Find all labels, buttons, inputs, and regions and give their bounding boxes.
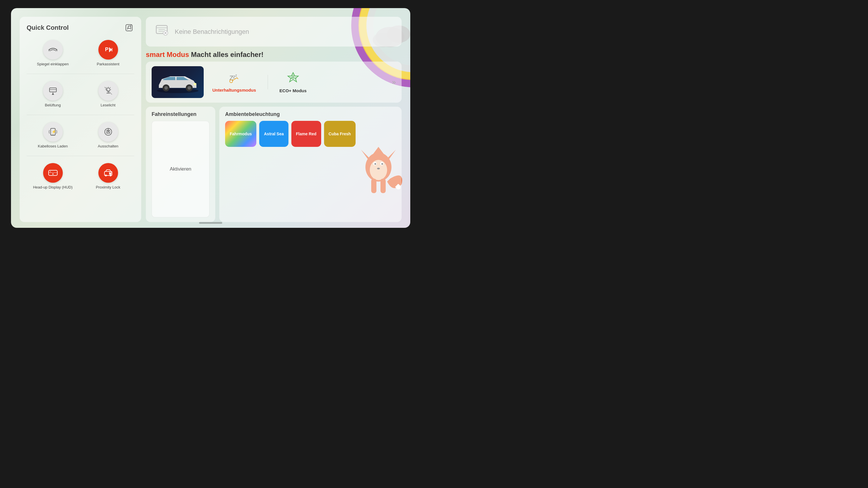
svg-rect-18	[126, 25, 132, 31]
svg-line-32	[106, 87, 106, 88]
edit-button[interactable]	[124, 23, 134, 33]
svg-line-30	[110, 87, 111, 88]
svg-rect-22	[50, 88, 56, 92]
smart-modus-section: smart Modus Macht alles einfacher!	[146, 51, 402, 103]
svg-point-49	[110, 174, 112, 176]
divider-2	[27, 115, 134, 115]
smart-modus-title: smart Modus Macht alles einfacher!	[146, 51, 402, 59]
quick-control-title: Quick Control	[27, 24, 69, 32]
proximity-lock-icon	[98, 163, 118, 183]
smart-modes-container: Z z z Unterhaltungsmodus	[204, 71, 392, 93]
svg-point-60	[164, 86, 168, 90]
proximity-lock-label: Proximity Lock	[96, 185, 120, 190]
unterhaltung-icon: Z z z	[228, 72, 240, 86]
quick-control-grid: Spiegel einklappen P Parkassistent	[27, 40, 134, 190]
car-image	[152, 66, 204, 98]
aktivieren-label: Aktivieren	[170, 166, 191, 172]
svg-rect-50	[109, 172, 112, 174]
mode-eco[interactable]: MAX ECO+ Modus	[279, 71, 307, 93]
qc-item-hud[interactable]: i Head-up Display (HUD)	[27, 163, 79, 190]
qc-item-ausschalten[interactable]: Ausschalten	[82, 122, 134, 149]
ambientebeleuchtung-title: Ambientebeleuchtung	[225, 111, 396, 118]
mode-separator	[268, 75, 268, 89]
color-btn-fahrmodus[interactable]: Fahrmodus	[225, 121, 256, 147]
spiegel-icon	[43, 40, 63, 60]
bottom-section: Fahreinstellungen Aktivieren Ambientebel…	[146, 107, 402, 222]
kabelloses-laden-icon: ⚡	[43, 122, 63, 142]
eco-label: ECO+ Modus	[279, 88, 307, 93]
fahrmodus-label: Fahrmodus	[230, 131, 252, 136]
svg-text:z: z	[233, 74, 235, 79]
main-screen: Quick Control	[11, 8, 410, 228]
notification-icon	[155, 23, 169, 40]
svg-text:P: P	[105, 46, 108, 52]
notification-text: Keine Benachrichtigungen	[175, 28, 249, 36]
color-btn-cuba-fresh[interactable]: Cuba Fresh	[324, 121, 355, 147]
belueftung-label: Belüftung	[45, 103, 61, 108]
smart-modus-card: Z z z Unterhaltungsmodus	[146, 62, 402, 103]
hud-icon: i	[43, 163, 63, 183]
aktivieren-button[interactable]: Aktivieren	[152, 121, 210, 218]
hud-label: Head-up Display (HUD)	[33, 185, 73, 190]
divider-3	[27, 156, 134, 156]
svg-point-62	[187, 86, 191, 90]
astral-sea-label: Astral Sea	[264, 131, 283, 136]
svg-text:⚡: ⚡	[52, 129, 56, 134]
spiegel-label: Spiegel einklappen	[37, 62, 69, 67]
leselicht-icon	[98, 81, 118, 101]
quick-control-header: Quick Control	[27, 23, 134, 33]
ausschalten-icon	[98, 122, 118, 142]
svg-marker-24	[52, 93, 54, 95]
unterhaltung-label: Unterhaltungsmodus	[212, 88, 256, 93]
notification-card: Keine Benachrichtigungen	[146, 17, 402, 46]
divider-1	[27, 74, 134, 74]
mode-unterhaltung[interactable]: Z z z Unterhaltungsmodus	[212, 72, 256, 93]
ambientebeleuchtung-card: Ambientebeleuchtung Fahrmodus Astral Sea…	[219, 107, 402, 222]
qc-item-kabelloses-laden[interactable]: ⚡ Kabelloses Laden	[27, 122, 79, 149]
qc-item-proximity-lock[interactable]: Proximity Lock	[82, 163, 134, 190]
right-panel: Keine Benachrichtigungen smart Modus Mac…	[146, 17, 402, 222]
cuba-fresh-label: Cuba Fresh	[329, 131, 351, 136]
scroll-indicator	[199, 222, 222, 224]
parkassistent-label: Parkassistent	[97, 62, 119, 67]
kabelloses-laden-label: Kabelloses Laden	[38, 144, 68, 149]
svg-text:i: i	[50, 170, 51, 173]
ambience-colors-container: Fahrmodus Astral Sea Flame Red Cuba Fres…	[225, 121, 396, 147]
more-arrow[interactable]: »	[392, 78, 396, 86]
svg-point-63	[193, 83, 196, 85]
smart-modus-highlight: smart Modus	[146, 51, 189, 58]
svg-point-48	[105, 174, 107, 176]
qc-item-parkassistent[interactable]: P Parkassistent	[82, 40, 134, 67]
color-btn-astral-sea[interactable]: Astral Sea	[259, 121, 288, 147]
fahreinstellungen-card: Fahreinstellungen Aktivieren	[146, 107, 215, 222]
eco-icon: MAX	[287, 71, 300, 87]
ausschalten-label: Ausschalten	[98, 144, 118, 149]
qc-item-belueftung[interactable]: Belüftung	[27, 81, 79, 108]
flame-red-label: Flame Red	[296, 131, 316, 136]
qc-item-spiegel[interactable]: Spiegel einklappen	[27, 40, 79, 67]
parkassistent-icon: P	[98, 40, 118, 60]
color-btn-flame-red[interactable]: Flame Red	[291, 121, 321, 147]
quick-control-panel: Quick Control	[20, 17, 141, 222]
leselicht-label: Leselicht	[101, 103, 116, 108]
smart-modus-rest: Macht alles einfacher!	[191, 51, 264, 58]
fahreinstellungen-title: Fahreinstellungen	[152, 111, 210, 118]
svg-marker-20	[109, 47, 112, 52]
qc-item-leselicht[interactable]: Leselicht	[82, 81, 134, 108]
svg-point-45	[52, 173, 54, 174]
svg-text:z: z	[235, 73, 237, 77]
belueftung-icon	[43, 81, 63, 101]
